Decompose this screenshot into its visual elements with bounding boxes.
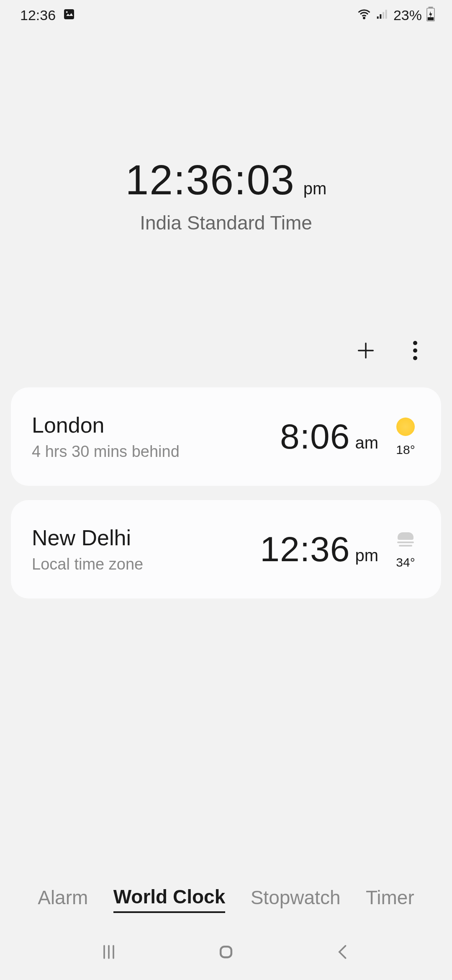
signal-icon [376,8,389,23]
city-time: 12:36 [260,529,350,570]
status-bar: 12:36 23% [0,0,452,30]
battery-percent: 23% [393,7,422,23]
svg-point-1 [66,11,68,13]
city-temp: 34° [396,555,415,570]
fog-icon [396,529,416,549]
city-offset: 4 hrs 30 mins behind [32,443,180,461]
city-info: New Delhi Local time zone [32,525,143,573]
city-card-newdelhi[interactable]: New Delhi Local time zone 12:36 pm 34° [11,500,441,598]
city-temp: 18° [396,443,415,457]
svg-rect-0 [64,9,74,19]
city-info: London 4 hrs 30 mins behind [32,413,180,461]
svg-point-14 [413,356,417,360]
action-row [0,339,452,387]
wifi-icon [357,7,372,23]
city-time: 8:06 [280,416,350,457]
svg-rect-6 [385,10,387,18]
tab-stopwatch[interactable]: Stopwatch [251,886,341,912]
svg-rect-4 [380,14,381,19]
city-offset: Local time zone [32,555,143,573]
city-weather: 34° [391,529,420,570]
status-right: 23% [357,7,435,23]
svg-rect-9 [428,17,434,20]
city-weather: 18° [391,417,420,457]
sunny-icon [396,417,416,437]
svg-point-12 [413,341,417,345]
city-name: London [32,413,180,438]
add-city-button[interactable] [354,339,378,362]
city-time-block: 8:06 am [280,416,378,457]
city-name: New Delhi [32,525,143,550]
system-nav-bar [0,926,452,980]
more-options-button[interactable] [403,339,427,362]
svg-rect-5 [383,12,384,19]
hero-timezone: India Standard Time [140,211,312,234]
city-ampm: am [355,433,378,452]
svg-rect-3 [377,16,379,18]
status-time: 12:36 [20,7,56,23]
hero-time: 12:36:03 [126,156,295,204]
back-button[interactable] [334,943,352,963]
tab-world-clock[interactable]: World Clock [113,885,226,913]
city-ampm: pm [355,546,378,565]
svg-rect-18 [221,946,231,957]
hero-time-row: 12:36:03 pm [126,156,327,204]
city-list: London 4 hrs 30 mins behind 8:06 am 18° … [0,387,452,598]
battery-icon [426,7,435,23]
recent-apps-button[interactable] [100,943,118,963]
city-time-block: 12:36 pm [260,529,378,570]
home-button[interactable] [217,943,235,963]
tab-timer[interactable]: Timer [366,886,414,912]
hero-ampm: pm [303,179,327,198]
screenshot-icon [62,8,76,23]
hero-clock: 12:36:03 pm India Standard Time [0,30,452,339]
city-card-london[interactable]: London 4 hrs 30 mins behind 8:06 am 18° [11,387,441,486]
tab-alarm[interactable]: Alarm [38,886,88,912]
svg-point-2 [363,18,365,19]
bottom-tabs: Alarm World Clock Stopwatch Timer [0,885,452,913]
status-left: 12:36 [20,7,76,23]
svg-point-13 [413,348,417,353]
